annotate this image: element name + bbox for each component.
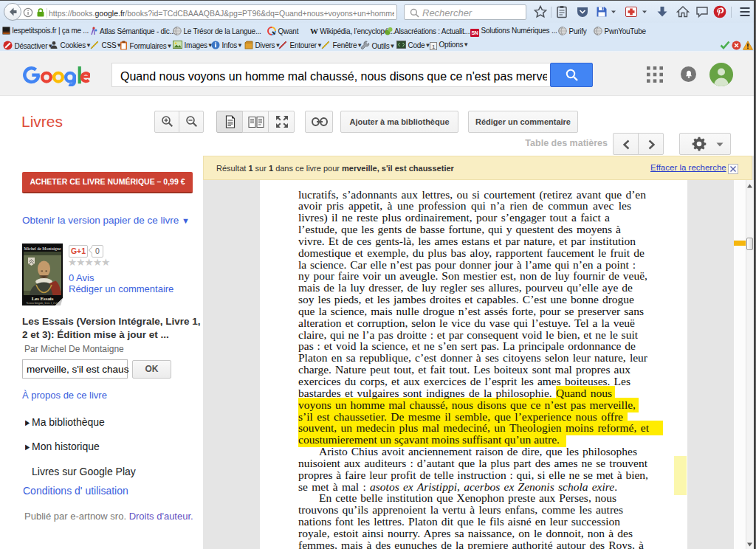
svg-text:Les Essais: Les Essais: [32, 296, 54, 301]
svg-text:Version Intégrale, Livre 1, 2: Version Intégrale, Livre 1, 2 et 3: [26, 302, 58, 305]
svg-text:Michel de Montaigne: Michel de Montaigne: [24, 246, 61, 251]
